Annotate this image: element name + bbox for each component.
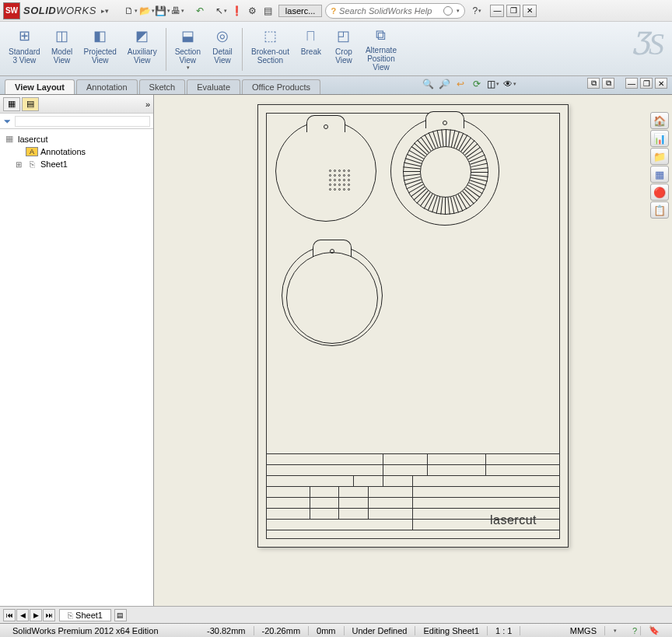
standard-3view-button[interactable]: ⊞ Standard3 View [3, 23, 46, 75]
zoom-fit-button[interactable]: 🔍 [421, 77, 435, 91]
appearances-button[interactable]: 🔴 [650, 184, 669, 201]
part-tab [306, 115, 345, 132]
filter-icon[interactable]: ⏷ [3, 117, 12, 126]
break-button[interactable]: ⨅ Break [295, 23, 327, 75]
doc-minimize-button[interactable]: — [625, 78, 638, 89]
tab-view-layout[interactable]: View Layout [5, 79, 75, 94]
crop-view-button[interactable]: ◰ CropView [327, 23, 360, 75]
select-button[interactable]: ↖▾ [215, 4, 229, 18]
status-edition: SolidWorks Premium 2012 x64 Edition [5, 626, 199, 635]
part-tab [425, 111, 464, 128]
main-workspace: ▦ ▤ » ⏷ ▦ lasercut A Annotations ⊞ ⎘ She… [0, 95, 672, 606]
doc-close-button[interactable]: ✕ [655, 78, 667, 89]
document-window-controls: ⧉ ⧉ — ❐ ✕ [587, 78, 667, 89]
view-palette-button[interactable]: ▦ [650, 166, 669, 183]
alternate-position-view-button[interactable]: ⧉ AlternatePositionView [360, 23, 402, 75]
previous-view-button[interactable]: ↩ [453, 77, 467, 91]
filter-input[interactable] [15, 116, 150, 127]
status-tag-icon[interactable]: 🔖 [641, 625, 667, 635]
file-explorer-button[interactable]: 📁 [650, 148, 669, 165]
properties-button[interactable]: ▤ [261, 4, 275, 18]
section-view-toggle[interactable]: ⟳ [470, 77, 484, 91]
tab-evaluate[interactable]: Evaluate [187, 79, 240, 94]
status-help-icon[interactable]: ? [625, 626, 641, 635]
tree-item-sheet1[interactable]: ⊞ ⎘ Sheet1 [3, 158, 150, 170]
ribbon-separator [242, 28, 243, 71]
sheet-first-button[interactable]: ⏮ [3, 609, 16, 621]
section-view-button[interactable]: ⬓ SectionView ▾ [170, 23, 206, 75]
custom-properties-button[interactable]: 📋 [650, 201, 669, 219]
drawing-canvas[interactable]: lasercut [154, 95, 672, 606]
doc-panel-1[interactable]: ⧉ [587, 78, 600, 89]
drawing-sheet: lasercut [257, 104, 569, 548]
search-icon[interactable] [443, 6, 453, 16]
print-button[interactable]: 🖶▾ [171, 4, 185, 18]
tree-item-label: Annotations [40, 147, 86, 156]
sheet-tab-sheet1[interactable]: ⎘ Sheet1 [59, 609, 111, 621]
sheet-next-button[interactable]: ▶ [30, 609, 42, 621]
help-search[interactable]: ? ▾ [325, 3, 465, 19]
status-y: -20.26mm [254, 626, 310, 635]
ribbon-separator [166, 28, 166, 71]
part-disc-1[interactable] [275, 121, 376, 222]
ribbon-commandmanager: ⊞ Standard3 View ◫ ModelView ◧ Projected… [0, 22, 672, 76]
options-button[interactable]: ⚙ [246, 4, 260, 18]
app-logo: SW [3, 2, 20, 19]
search-dropdown-icon[interactable]: ▾ [457, 8, 460, 14]
tree-item-label: Sheet1 [40, 159, 68, 169]
doc-panel-2[interactable]: ⧉ [602, 78, 614, 89]
rebuild-button[interactable]: ❗ [230, 4, 244, 18]
dot-pattern [329, 170, 352, 192]
part-disc-2[interactable] [390, 117, 499, 226]
auxiliary-view-button[interactable]: ◩ AuxiliaryView [122, 23, 163, 75]
main-menu-dropdown[interactable]: ▸▾ [101, 7, 109, 15]
sheet-last-button[interactable]: ⏭ [43, 609, 55, 621]
search-input[interactable] [339, 6, 440, 16]
document-tab[interactable]: laserc... [278, 5, 323, 17]
part-disc-3[interactable] [282, 245, 383, 346]
open-file-button[interactable]: 📂▾ [140, 4, 154, 18]
tab-office-products[interactable]: Office Products [242, 79, 320, 94]
zoom-area-button[interactable]: 🔎 [437, 77, 451, 91]
add-sheet-button[interactable]: ▤ [114, 609, 127, 621]
tab-sketch[interactable]: Sketch [139, 79, 186, 94]
sheet-prev-button[interactable]: ◀ [16, 609, 29, 621]
help-button[interactable]: ?▾ [470, 4, 484, 18]
feature-manager-tab[interactable]: ▦ [3, 97, 20, 111]
sheet-icon: ⎘ [26, 159, 38, 169]
tree-root-lasercut[interactable]: ▦ lasercut [3, 132, 150, 145]
doc-restore-button[interactable]: ❐ [640, 78, 653, 89]
collapse-panel-button[interactable]: » [145, 100, 150, 109]
display-style-button[interactable]: ◫▾ [486, 77, 500, 91]
restore-button[interactable]: ❐ [506, 5, 520, 17]
close-button[interactable]: ✕ [523, 5, 537, 17]
design-library-button[interactable]: 📊 [650, 130, 669, 147]
undo-button[interactable]: ↶ [193, 4, 207, 18]
resources-button[interactable]: 🏠 [650, 112, 669, 129]
status-units[interactable]: MMGS [562, 626, 605, 635]
model-view-button[interactable]: ◫ ModelView [46, 23, 79, 75]
projected-view-button[interactable]: ◧ ProjectedView [79, 23, 122, 75]
projected-view-icon: ◧ [89, 27, 111, 46]
sheet-tab-label: Sheet1 [75, 611, 103, 620]
heads-up-view-toolbar: 🔍 🔎 ↩ ⟳ ◫▾ 👁▾ [421, 77, 516, 91]
part-hole [443, 121, 447, 125]
detail-view-button[interactable]: ◎ DetailView [206, 23, 239, 75]
new-file-button[interactable]: 🗋▾ [124, 4, 138, 18]
feature-tree: ▦ lasercut A Annotations ⊞ ⎘ Sheet1 [0, 129, 153, 606]
tab-annotation[interactable]: Annotation [76, 79, 138, 94]
status-x: -30.82mm [199, 626, 254, 635]
alternate-position-icon: ⧉ [370, 27, 392, 44]
status-z: 0mm [309, 626, 344, 635]
hide-show-button[interactable]: 👁▾ [502, 77, 516, 91]
section-view-icon: ⬓ [177, 27, 198, 46]
broken-out-section-button[interactable]: ⬚ Broken-outSection [246, 23, 295, 75]
tree-item-annotations[interactable]: A Annotations [3, 145, 150, 158]
broken-out-icon: ⬚ [259, 27, 281, 46]
drawing-icon: ▦ [3, 134, 16, 144]
minimize-button[interactable]: — [490, 5, 504, 17]
units-dropdown-icon[interactable]: ▾ [606, 628, 625, 634]
expand-icon[interactable]: ⊞ [14, 160, 23, 169]
property-manager-tab[interactable]: ▤ [22, 97, 39, 111]
save-button[interactable]: 💾▾ [156, 4, 170, 18]
